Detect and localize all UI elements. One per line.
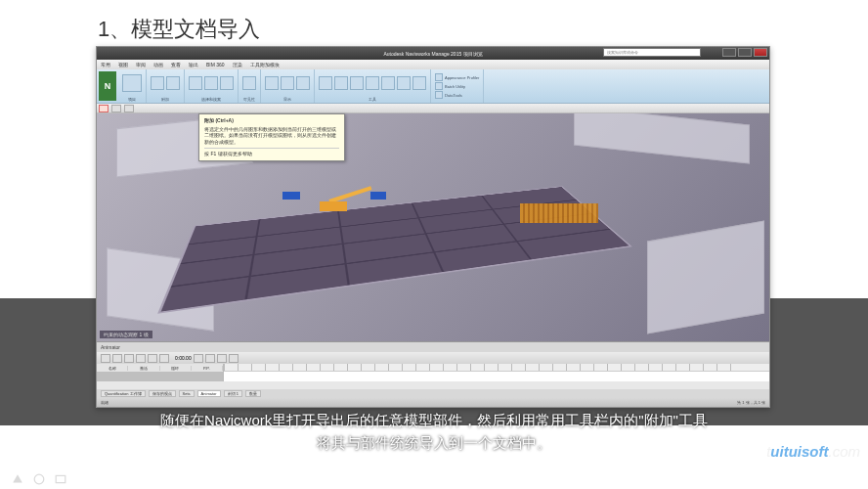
ribbon-icon[interactable]: [122, 74, 142, 92]
ribbon-icon[interactable]: [366, 76, 379, 90]
menu-item[interactable]: BIM 360: [206, 62, 225, 67]
footer-icon: [12, 473, 23, 485]
menu-item[interactable]: 渲染: [233, 62, 242, 67]
minimize-button[interactable]: [722, 48, 736, 57]
panel-tab[interactable]: Animator: [101, 344, 120, 350]
ribbon-icon[interactable]: [397, 76, 411, 90]
menu-item[interactable]: 视图: [118, 62, 128, 67]
search-input[interactable]: 搜索知识库或命令: [603, 48, 701, 57]
caption-line1: 随便在Navicwork里打开导出后的任意模型部件，然后利用常用工具栏内的"附加…: [0, 410, 868, 432]
ribbon-side-label[interactable]: DataTools: [445, 93, 462, 98]
app-logo[interactable]: N: [99, 71, 116, 101]
ribbon-icon[interactable]: [166, 76, 180, 90]
maximize-button[interactable]: [738, 48, 752, 57]
ribbon-icon[interactable]: [220, 76, 234, 90]
menu-item[interactable]: 常用: [101, 62, 110, 67]
attach-button[interactable]: [99, 105, 108, 112]
footer-icons: [12, 473, 66, 485]
ribbon-icon[interactable]: [334, 76, 348, 90]
menu-item[interactable]: 查看: [171, 62, 181, 67]
appearance-icon[interactable]: [435, 73, 443, 81]
footer-button[interactable]: [114, 382, 122, 388]
toolbar-button[interactable]: [124, 354, 134, 363]
ribbon-group-display: 显示: [261, 69, 315, 103]
ribbon-side-label[interactable]: Batch Utility: [445, 84, 465, 89]
ribbon-side-label[interactable]: Appearance Profiler: [445, 75, 479, 80]
crane-icon: [310, 184, 378, 211]
ribbon-icon[interactable]: [151, 76, 164, 90]
ribbon-group-visibility: 可见性: [239, 69, 261, 103]
col-header: 循环: [160, 366, 192, 371]
ribbon-label: 工具: [369, 97, 376, 102]
ribbon-icon[interactable]: [204, 76, 218, 90]
ribbon-icon[interactable]: [350, 76, 364, 90]
footer-button[interactable]: [128, 382, 136, 388]
bottom-tab[interactable]: 保存的视点: [149, 390, 176, 397]
qat-button[interactable]: [124, 105, 134, 112]
ribbon-group-tools: 工具: [315, 69, 431, 103]
ribbon-icon[interactable]: [381, 76, 395, 90]
ribbon-label: 可见性: [243, 97, 255, 102]
datatools-icon[interactable]: [435, 91, 443, 99]
animator-tree: 名称 激活 循环 P.P.: [97, 364, 224, 381]
ribbon-icon[interactable]: [265, 76, 279, 90]
tooltip-attach: 附加 (Ctrl+A) 将选定文件中的几何图形和数据添加到当前打开的三维模型或二…: [198, 113, 345, 161]
menu-tabs: 常用 视图 审阅 动画 查看 输出 BIM 360 渲染 工具附加模块: [97, 60, 769, 69]
ribbon-icon[interactable]: [296, 76, 310, 90]
tree-header: 名称 激活 循环 P.P.: [97, 364, 223, 372]
ribbon-icon[interactable]: [242, 76, 256, 90]
footer-button[interactable]: [101, 382, 108, 388]
slide: 1、模型文档导入 Autodesk Navisworks Manage 2015…: [0, 0, 868, 489]
timeline[interactable]: [224, 364, 769, 381]
ribbon-group-project: 项目: [118, 69, 147, 103]
watermark-suf: .com: [828, 443, 860, 460]
qat-button[interactable]: [111, 105, 121, 112]
close-button[interactable]: [754, 48, 767, 57]
tooltip-hint: 按 F1 键获得更多帮助: [204, 148, 339, 157]
footer-icon: [55, 473, 66, 485]
time-field[interactable]: 0:00.00: [175, 355, 192, 361]
menu-item[interactable]: 动画: [153, 62, 163, 67]
ribbon-label: 附加: [161, 97, 169, 102]
bottom-tab-active[interactable]: Animator: [197, 390, 221, 397]
toolbar-button[interactable]: [101, 354, 110, 363]
tooltip-title: 附加 (Ctrl+A): [204, 117, 339, 124]
ribbon-icon[interactable]: [189, 76, 202, 90]
col-header: P.P.: [192, 366, 223, 371]
toolbar-button[interactable]: [217, 354, 227, 363]
bottom-tab[interactable]: Sets: [179, 390, 195, 397]
bottom-tab[interactable]: 剖切 1: [224, 390, 242, 397]
statusbar: 就绪 第 1 张，共 1 张: [97, 398, 769, 407]
menu-item[interactable]: 工具附加模块: [250, 62, 280, 67]
app-title: Autodesk Navisworks Manage 2015 项目浏览: [383, 51, 482, 57]
animator-body: 名称 激活 循环 P.P.: [97, 364, 769, 381]
ribbon-group-attach: 附加: [147, 69, 185, 103]
play-button[interactable]: [194, 354, 203, 363]
tree-row[interactable]: [97, 372, 223, 381]
ribbon-group-select: 选择和搜索: [185, 69, 239, 103]
status-left: 就绪: [101, 400, 108, 405]
caption-line2: 将其与部件统统导入到一个文档中。: [0, 432, 868, 455]
tooltip-body: 将选定文件中的几何图形和数据添加到当前打开的三维模型或二维图纸。如果当前没有打开…: [204, 126, 339, 146]
stockpile-icon: [520, 203, 598, 223]
toolbar-button[interactable]: [229, 354, 239, 363]
menu-item[interactable]: 审阅: [136, 62, 146, 67]
toolbar-button[interactable]: [159, 354, 169, 363]
stop-button[interactable]: [205, 354, 215, 363]
toolbar-button[interactable]: [112, 354, 122, 363]
ribbon-icon[interactable]: [319, 76, 332, 90]
batch-icon[interactable]: [435, 82, 443, 90]
menu-item[interactable]: 输出: [189, 62, 198, 67]
bottom-tab[interactable]: 数量: [245, 390, 261, 397]
toolbar-button[interactable]: [136, 354, 146, 363]
status-right: 第 1 张，共 1 张: [737, 400, 765, 405]
toolbar-button[interactable]: [148, 354, 157, 363]
ribbon-icon[interactable]: [281, 76, 294, 90]
window-controls: [722, 48, 767, 57]
bottom-tab[interactable]: Quantification 工作簿: [101, 390, 146, 397]
animator-toolbar: 0:00.00: [97, 352, 769, 364]
ribbon-icon[interactable]: [412, 76, 426, 90]
titlebar: Autodesk Navisworks Manage 2015 项目浏览 搜索知…: [97, 47, 769, 60]
caption: 随便在Navicwork里打开导出后的任意模型部件，然后利用常用工具栏内的"附加…: [0, 410, 868, 454]
col-header: 激活: [128, 366, 159, 371]
